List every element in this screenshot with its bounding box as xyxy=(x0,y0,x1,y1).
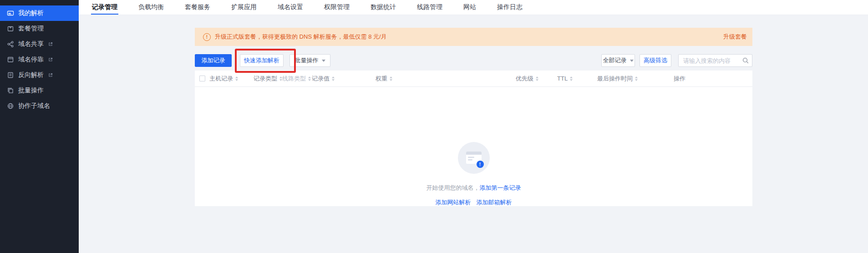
column-label: 操作 xyxy=(674,75,685,83)
sort-icon[interactable] xyxy=(536,76,538,81)
empty-state-links: 添加网站解析 添加邮箱解析 xyxy=(195,198,752,207)
share-icon xyxy=(7,40,14,48)
dns-console-page: w. 我的解析 套餐管理 域名共享 xyxy=(0,0,868,253)
sidebar: w. 我的解析 套餐管理 域名共享 xyxy=(0,0,79,253)
records-table: 主机记录 记录类型 线路类型 记录值 权重 优先级 xyxy=(195,71,752,206)
batch-icon xyxy=(7,87,14,94)
tab-load-balance[interactable]: 负载均衡 xyxy=(138,0,164,15)
resolution-icon: w. xyxy=(7,10,14,17)
add-record-button[interactable]: 添加记录 xyxy=(195,54,232,67)
empty-records-icon: ! xyxy=(458,142,490,174)
column-label: 记录类型 xyxy=(254,75,277,83)
parking-icon xyxy=(7,56,14,63)
tab-label: 负载均衡 xyxy=(138,3,164,11)
tab-label: 操作日志 xyxy=(497,3,523,11)
external-link-icon xyxy=(48,57,53,62)
tab-label: 权限管理 xyxy=(324,3,350,11)
empty-state-message: 开始使用您的域名，添加第一条记录 xyxy=(195,184,752,192)
sidebar-item-label: 我的解析 xyxy=(18,9,44,17)
add-website-resolution-link[interactable]: 添加网站解析 xyxy=(436,198,471,207)
record-filter-label: 全部记录 xyxy=(603,56,627,65)
sidebar-item-domain-parking[interactable]: 域名停靠 xyxy=(0,52,79,67)
sidebar-item-my-resolution[interactable]: w. 我的解析 xyxy=(0,5,79,21)
sidebar-item-label: 域名停靠 xyxy=(18,56,44,64)
warning-icon: ! xyxy=(203,33,211,41)
chevron-down-icon xyxy=(322,60,325,62)
tab-label: 记录管理 xyxy=(92,3,117,11)
column-header-last-operation-time[interactable]: 最后操作时间 xyxy=(597,71,638,86)
tab-label: 数据统计 xyxy=(371,3,396,11)
tab-line-management[interactable]: 线路管理 xyxy=(417,0,442,15)
column-header-host-record[interactable]: 主机记录 xyxy=(209,71,238,86)
column-header-actions: 操作 xyxy=(674,71,685,86)
batch-operations-dropdown[interactable]: 批量操作 xyxy=(289,54,330,67)
add-first-record-link[interactable]: 添加第一条记录 xyxy=(480,184,521,191)
upgrade-plan-link[interactable]: 升级套餐 xyxy=(723,33,747,41)
sidebar-item-plan-management[interactable]: 套餐管理 xyxy=(0,21,79,36)
svg-text:w.: w. xyxy=(8,12,11,15)
tab-label: 线路管理 xyxy=(417,3,442,11)
search-input[interactable] xyxy=(678,54,752,67)
column-label: 线路类型 xyxy=(282,75,306,83)
tab-label: 域名设置 xyxy=(278,3,303,11)
sort-icon[interactable] xyxy=(390,76,392,81)
tab-website[interactable]: 网站 xyxy=(463,0,476,15)
tab-data-statistics[interactable]: 数据统计 xyxy=(371,0,396,15)
reverse-icon xyxy=(7,71,14,79)
tab-operation-log[interactable]: 操作日志 xyxy=(497,0,523,15)
column-label: 最后操作时间 xyxy=(597,75,633,83)
sidebar-item-label: 反向解析 xyxy=(18,71,44,79)
sort-icon[interactable] xyxy=(635,76,638,81)
tab-plan-service[interactable]: 套餐服务 xyxy=(185,0,210,15)
column-header-record-type[interactable]: 记录类型 xyxy=(254,71,282,86)
record-filter-dropdown[interactable]: 全部记录 xyxy=(601,54,635,67)
quick-add-resolution-button[interactable]: 快速添加解析 xyxy=(240,54,284,67)
tab-label: 网站 xyxy=(463,3,476,11)
column-header-priority[interactable]: 优先级 xyxy=(516,71,538,86)
tab-permission-management[interactable]: 权限管理 xyxy=(324,0,350,15)
tab-label: 扩展应用 xyxy=(231,3,257,11)
tab-domain-settings[interactable]: 域名设置 xyxy=(278,0,303,15)
tab-record-management[interactable]: 记录管理 xyxy=(92,0,117,15)
add-mail-resolution-link[interactable]: 添加邮箱解析 xyxy=(477,198,512,207)
external-link-icon xyxy=(48,42,53,46)
chevron-down-icon xyxy=(630,60,634,62)
table-header-row: 主机记录 记录类型 线路类型 记录值 权重 优先级 xyxy=(195,71,752,87)
sidebar-item-collaborative-subdomain[interactable]: 协作子域名 xyxy=(0,98,79,114)
empty-state: ! 开始使用您的域名，添加第一条记录 添加网站解析 添加邮箱解析 xyxy=(195,142,752,207)
tab-bar: 记录管理 负载均衡 套餐服务 扩展应用 域名设置 权限管理 数据统计 线路管理 … xyxy=(79,0,868,15)
search-box xyxy=(678,54,752,67)
search-icon[interactable] xyxy=(742,57,749,64)
sidebar-item-domain-sharing[interactable]: 域名共享 xyxy=(0,36,79,52)
column-label: 记录值 xyxy=(312,75,330,83)
external-link-icon xyxy=(48,73,53,77)
package-icon xyxy=(7,25,14,32)
sidebar-item-label: 域名共享 xyxy=(18,40,44,48)
tab-label: 套餐服务 xyxy=(185,3,210,11)
select-all-checkbox[interactable] xyxy=(199,76,205,81)
column-header-ttl[interactable]: TTL xyxy=(557,71,573,86)
column-label: TTL xyxy=(557,75,568,82)
empty-message-text: 开始使用您的域名， xyxy=(426,184,480,191)
column-label: 权重 xyxy=(376,75,387,83)
sort-icon[interactable] xyxy=(235,76,238,81)
upgrade-banner: ! 升级正式版套餐，获得更极致的 DNS 解析服务，最低仅需 8 元/月 升级套… xyxy=(195,28,752,46)
globe-icon xyxy=(7,102,14,110)
sort-icon[interactable] xyxy=(308,76,311,81)
column-header-line-type[interactable]: 线路类型 xyxy=(282,71,311,86)
toolbar: 添加记录 快速添加解析 批量操作 全部记录 高级筛选 xyxy=(195,54,752,67)
sidebar-item-label: 协作子域名 xyxy=(18,102,50,110)
column-label: 优先级 xyxy=(516,75,533,83)
banner-text: 升级正式版套餐，获得更极致的 DNS 解析服务，最低仅需 8 元/月 xyxy=(215,33,387,41)
tab-extensions[interactable]: 扩展应用 xyxy=(231,0,257,15)
sidebar-item-reverse-resolution[interactable]: 反向解析 xyxy=(0,67,79,83)
column-label: 主机记录 xyxy=(209,75,233,83)
sidebar-item-batch-operations[interactable]: 批量操作 xyxy=(0,83,79,98)
column-header-weight[interactable]: 权重 xyxy=(376,71,392,86)
column-header-record-value[interactable]: 记录值 xyxy=(312,71,335,86)
sort-icon[interactable] xyxy=(332,76,335,81)
advanced-filter-button[interactable]: 高级筛选 xyxy=(640,54,671,67)
sort-icon[interactable] xyxy=(570,76,573,81)
sidebar-item-label: 套餐管理 xyxy=(18,25,44,33)
batch-operations-label: 批量操作 xyxy=(295,56,319,65)
